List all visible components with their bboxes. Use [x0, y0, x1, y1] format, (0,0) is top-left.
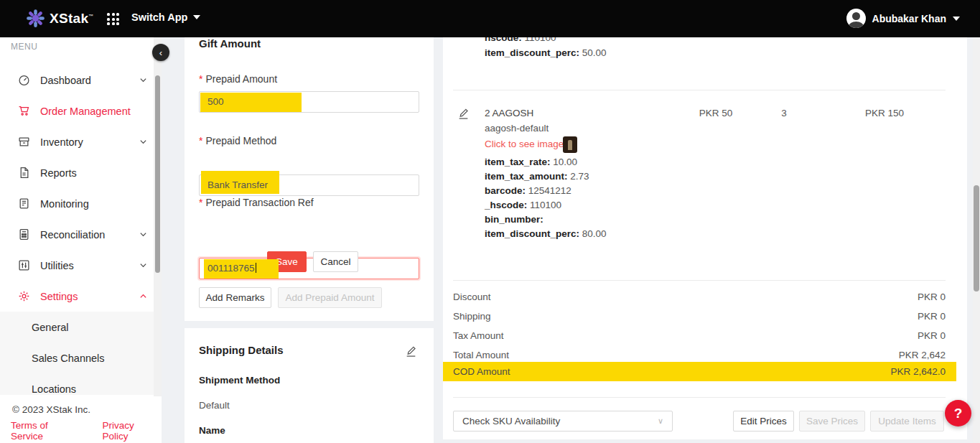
sku-select-value: Check SKU Availability	[462, 416, 560, 426]
page-scrollbar-thumb[interactable]	[974, 185, 979, 292]
shipping-details-card: Shipping Details Shipment Method Default…	[185, 328, 434, 443]
utilities-icon	[18, 259, 30, 271]
user-menu[interactable]: Abubakar Khan	[846, 9, 960, 28]
sidebar-item-utilities[interactable]: Utilities	[0, 250, 162, 281]
gift-amount-card: Gift Amount *Prepaid Amount 500 *Prepaid…	[185, 29, 434, 321]
see-image-link[interactable]: Click to see image	[485, 139, 564, 149]
item-qty: 3	[766, 108, 802, 118]
prepaid-amount-value: 500	[200, 92, 419, 112]
total-row-tax: Tax AmountPKR 0	[443, 326, 967, 345]
edit-item-icon[interactable]	[457, 108, 470, 120]
privacy-policy-link[interactable]: Privacy Policy	[103, 420, 162, 442]
edit-shipping-icon[interactable]	[405, 345, 417, 358]
divider	[453, 90, 946, 90]
item-fields-list: item_tax_rate: 10.00 item_tax_amount: 2.…	[485, 155, 607, 241]
sidebar-item-sales-channels[interactable]: Sales Channels	[0, 342, 162, 373]
chevron-down-icon	[139, 261, 147, 269]
cart-icon	[18, 105, 30, 117]
shipment-method-value: Default	[199, 400, 230, 411]
prepaid-txn-ref-label: *Prepaid Transaction Ref	[199, 197, 314, 208]
inventory-icon	[18, 136, 30, 148]
item-field: barcode: 12541212	[485, 184, 607, 198]
item-qty-name: 2 AAGOSH	[485, 108, 533, 118]
order-items-card: hscode: 110100 item_discount_perc: 50.00…	[443, 29, 967, 439]
name-label: Name	[199, 425, 225, 436]
total-row-discount: DiscountPKR 0	[443, 287, 967, 307]
chevron-down-icon	[139, 138, 147, 146]
sidebar-collapse-button[interactable]: ‹	[152, 44, 169, 61]
prepaid-method-value: Bank Transfer	[200, 175, 419, 195]
item-field: item_discount_perc: 80.00	[485, 227, 607, 241]
divider	[453, 280, 946, 281]
save-prices-button[interactable]: Save Prices	[799, 411, 865, 432]
sidebar-item-monitoring[interactable]: Monitoring	[0, 188, 162, 219]
user-name: Abubakar Khan	[872, 13, 946, 24]
item-sku: aagosh-default	[485, 123, 549, 134]
brand-name: XStak™	[50, 11, 94, 27]
avatar	[846, 9, 866, 28]
settings-submenu: General Sales Channels Locations	[0, 312, 162, 395]
shipment-method-label: Shipment Method	[199, 375, 280, 386]
app-switcher-label: Switch App	[131, 11, 187, 23]
dashboard-icon	[18, 74, 30, 86]
chevron-down-icon	[139, 230, 147, 238]
copyright-text: © 2023 XStak Inc.	[12, 404, 90, 415]
add-remarks-button[interactable]: Add Remarks	[199, 287, 271, 308]
sidebar-item-settings[interactable]: Settings	[0, 281, 162, 312]
shipping-details-title: Shipping Details	[199, 344, 284, 356]
prepaid-amount-input[interactable]: 500	[199, 91, 419, 113]
sidebar-item-dashboard[interactable]: Dashboard	[0, 65, 162, 95]
text-caret	[256, 263, 257, 273]
check-sku-availability-select[interactable]: Check SKU Availability ∨	[453, 411, 673, 432]
monitoring-icon	[18, 197, 30, 210]
help-button[interactable]: ?	[945, 400, 971, 426]
app-switcher[interactable]: Switch App	[131, 11, 200, 23]
chevron-down-icon	[139, 76, 147, 84]
gift-amount-title: Gift Amount	[199, 37, 261, 50]
item-field: item_tax_amount: 2.73	[485, 169, 607, 184]
prev-item-field: item_discount_perc: 50.00	[485, 46, 607, 60]
item-field: _hscode: 110100	[485, 198, 607, 213]
brand-trademark: ™	[88, 13, 93, 18]
total-row-cod: COD AmountPKR 2,642.0	[443, 362, 967, 381]
product-thumbnail[interactable]	[563, 136, 577, 153]
sidebar-item-inventory[interactable]: Inventory	[0, 126, 162, 157]
apps-grid-icon[interactable]	[107, 13, 119, 25]
gear-icon	[18, 290, 30, 302]
sidebar-item-order-management[interactable]: Order Management	[0, 95, 162, 126]
add-prepaid-amount-button[interactable]: Add Prepaid Amount	[278, 287, 382, 308]
total-row-shipping: ShippingPKR 0	[443, 307, 967, 326]
sidebar-footer: © 2023 XStak Inc. Terms of Service Priva…	[0, 397, 162, 443]
xstak-logo: XStak™	[26, 9, 94, 28]
reports-icon	[18, 167, 30, 179]
sidebar-scrollbar-thumb[interactable]	[155, 75, 160, 273]
prepaid-txn-ref-input[interactable]: 001118765	[199, 258, 419, 279]
item-field: item_tax_rate: 10.00	[485, 155, 607, 169]
sidebar-nav: Dashboard Order Management Inventory Rep…	[0, 65, 162, 312]
product-image	[568, 140, 572, 150]
reconciliation-icon	[18, 228, 30, 241]
menu-section-label: MENU	[11, 42, 37, 52]
update-items-button[interactable]: Update Items	[870, 411, 944, 432]
sidebar: MENU Dashboard Order Management Inventor…	[0, 37, 162, 443]
edit-prices-button[interactable]: Edit Prices	[733, 411, 794, 432]
chevron-up-icon	[139, 292, 147, 300]
sidebar-item-reconciliation[interactable]: Reconciliation	[0, 219, 162, 250]
prepaid-method-input[interactable]: Bank Transfer	[199, 174, 419, 196]
required-marker: *	[199, 197, 202, 208]
prepaid-method-label: *Prepaid Method	[199, 135, 276, 146]
item-field: bin_number:	[485, 213, 607, 227]
chevron-down-icon: ∨	[658, 416, 663, 426]
divider	[453, 397, 946, 398]
prepaid-txn-ref-value: 001118765	[200, 258, 419, 279]
sidebar-item-general[interactable]: General	[0, 312, 162, 342]
required-marker: *	[199, 73, 202, 85]
sidebar-item-reports[interactable]: Reports	[0, 157, 162, 188]
top-navbar: XStak™ Switch App Abubakar Khan	[0, 0, 980, 37]
item-total: PKR 150	[845, 108, 924, 118]
chevron-down-icon	[193, 15, 200, 19]
required-marker: *	[199, 135, 202, 146]
xstak-logo-icon	[26, 9, 45, 28]
sidebar-item-locations[interactable]: Locations	[0, 373, 162, 395]
terms-of-service-link[interactable]: Terms of Service	[11, 420, 82, 442]
